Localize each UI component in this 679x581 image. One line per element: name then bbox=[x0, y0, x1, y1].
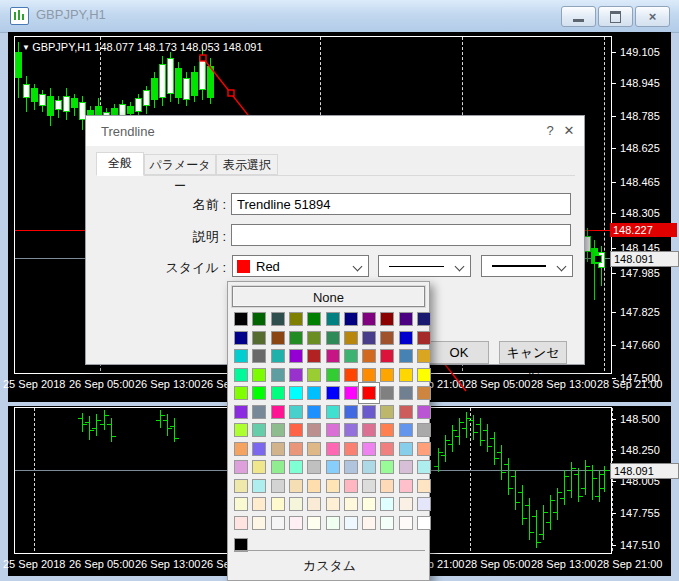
color-swatch[interactable] bbox=[417, 386, 431, 400]
color-swatch[interactable] bbox=[417, 516, 431, 530]
color-swatch[interactable] bbox=[399, 460, 413, 474]
color-swatch[interactable] bbox=[307, 497, 321, 511]
color-swatch[interactable] bbox=[252, 460, 266, 474]
color-swatch[interactable] bbox=[399, 479, 413, 493]
color-swatch[interactable] bbox=[417, 442, 431, 456]
color-swatch[interactable] bbox=[234, 423, 248, 437]
color-swatch[interactable] bbox=[362, 479, 376, 493]
color-swatch[interactable] bbox=[307, 349, 321, 363]
color-custom-button[interactable]: カスタム bbox=[228, 554, 431, 580]
color-swatch[interactable] bbox=[307, 479, 321, 493]
color-swatch[interactable] bbox=[289, 331, 303, 345]
color-swatch[interactable] bbox=[234, 442, 248, 456]
color-swatch[interactable] bbox=[307, 386, 321, 400]
color-none-button[interactable]: None bbox=[232, 286, 425, 307]
color-swatch[interactable] bbox=[252, 349, 266, 363]
color-swatch[interactable] bbox=[380, 516, 394, 530]
color-swatch[interactable] bbox=[289, 312, 303, 326]
color-swatch[interactable] bbox=[399, 349, 413, 363]
color-swatch[interactable] bbox=[234, 331, 248, 345]
color-swatch[interactable] bbox=[289, 516, 303, 530]
color-swatch[interactable] bbox=[399, 386, 413, 400]
cancel-button[interactable]: キャンセル bbox=[499, 341, 567, 364]
color-swatch[interactable] bbox=[252, 423, 266, 437]
color-swatch[interactable] bbox=[326, 386, 340, 400]
color-swatch[interactable] bbox=[307, 423, 321, 437]
color-swatch[interactable] bbox=[417, 331, 431, 345]
color-swatch[interactable] bbox=[307, 460, 321, 474]
color-swatch[interactable] bbox=[307, 331, 321, 345]
color-swatch[interactable] bbox=[417, 368, 431, 382]
color-swatch[interactable] bbox=[326, 349, 340, 363]
color-swatch[interactable] bbox=[380, 423, 394, 437]
color-swatch[interactable] bbox=[399, 516, 413, 530]
color-swatch[interactable] bbox=[326, 405, 340, 419]
color-swatch[interactable] bbox=[362, 349, 376, 363]
color-swatch[interactable] bbox=[417, 479, 431, 493]
color-swatch[interactable] bbox=[344, 368, 358, 382]
color-swatch[interactable] bbox=[362, 368, 376, 382]
color-swatch[interactable] bbox=[399, 442, 413, 456]
color-swatch[interactable] bbox=[271, 405, 285, 419]
color-swatch[interactable] bbox=[326, 497, 340, 511]
color-swatch[interactable] bbox=[344, 442, 358, 456]
color-swatch[interactable] bbox=[362, 442, 376, 456]
color-swatch[interactable] bbox=[289, 405, 303, 419]
minimize-button[interactable] bbox=[561, 6, 596, 27]
color-swatch[interactable] bbox=[252, 331, 266, 345]
tab-general[interactable]: 全般 bbox=[96, 152, 144, 176]
line-style-combo[interactable] bbox=[378, 255, 471, 277]
color-swatch[interactable] bbox=[307, 516, 321, 530]
color-swatch[interactable] bbox=[289, 423, 303, 437]
dialog-close-button[interactable]: ✕ bbox=[557, 121, 581, 141]
color-swatch[interactable] bbox=[271, 497, 285, 511]
color-swatch[interactable] bbox=[326, 312, 340, 326]
restore-button[interactable] bbox=[598, 6, 633, 27]
color-swatch[interactable] bbox=[234, 460, 248, 474]
ok-button[interactable]: OK bbox=[429, 341, 489, 364]
color-swatch[interactable] bbox=[399, 331, 413, 345]
color-swatch[interactable] bbox=[380, 479, 394, 493]
color-swatch[interactable] bbox=[289, 479, 303, 493]
color-swatch[interactable] bbox=[362, 423, 376, 437]
description-input[interactable] bbox=[231, 224, 571, 246]
color-swatch[interactable] bbox=[252, 312, 266, 326]
color-swatch[interactable] bbox=[289, 442, 303, 456]
close-button[interactable]: × bbox=[635, 6, 670, 27]
color-swatch[interactable] bbox=[344, 349, 358, 363]
color-swatch[interactable] bbox=[271, 386, 285, 400]
color-swatch[interactable] bbox=[344, 497, 358, 511]
color-swatch[interactable] bbox=[326, 479, 340, 493]
color-swatch[interactable] bbox=[362, 460, 376, 474]
color-swatch[interactable] bbox=[399, 497, 413, 511]
color-swatch[interactable] bbox=[252, 516, 266, 530]
color-swatch[interactable] bbox=[380, 312, 394, 326]
color-swatch[interactable] bbox=[344, 312, 358, 326]
color-swatch[interactable] bbox=[252, 405, 266, 419]
color-swatch[interactable] bbox=[326, 423, 340, 437]
color-swatch[interactable] bbox=[326, 516, 340, 530]
color-combo[interactable]: Red bbox=[232, 255, 369, 277]
color-swatch[interactable] bbox=[362, 331, 376, 345]
color-swatch[interactable] bbox=[399, 405, 413, 419]
color-swatch[interactable] bbox=[307, 405, 321, 419]
color-swatch[interactable] bbox=[234, 516, 248, 530]
color-swatch[interactable] bbox=[252, 442, 266, 456]
color-swatch[interactable] bbox=[234, 368, 248, 382]
color-swatch[interactable] bbox=[252, 386, 266, 400]
color-swatch[interactable] bbox=[399, 312, 413, 326]
color-swatch[interactable] bbox=[344, 423, 358, 437]
color-swatch[interactable] bbox=[344, 386, 358, 400]
color-swatch[interactable] bbox=[271, 442, 285, 456]
color-swatch[interactable] bbox=[417, 423, 431, 437]
color-swatch[interactable] bbox=[271, 516, 285, 530]
color-swatch[interactable] bbox=[417, 312, 431, 326]
color-swatch[interactable] bbox=[252, 479, 266, 493]
color-swatch[interactable] bbox=[271, 331, 285, 345]
color-swatch[interactable] bbox=[271, 349, 285, 363]
name-input[interactable] bbox=[231, 193, 571, 215]
color-swatch[interactable] bbox=[417, 405, 431, 419]
color-swatch[interactable] bbox=[344, 331, 358, 345]
color-swatch[interactable] bbox=[399, 423, 413, 437]
line-width-combo[interactable] bbox=[481, 255, 573, 277]
